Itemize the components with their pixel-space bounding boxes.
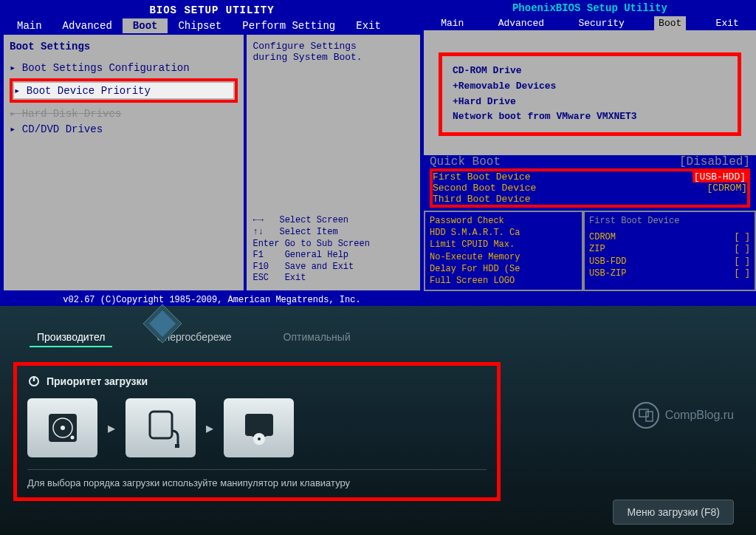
watermark-logo: CompBlog.ru bbox=[633, 402, 734, 429]
ami-help-2: Enter Go to Sub Screen bbox=[252, 239, 414, 251]
efi-tabs: Производител Энергосбереже Оптимальный bbox=[0, 306, 756, 355]
phoenix-title: PhoenixBIOS Setup Utility bbox=[424, 0, 756, 16]
ami-item-cd-dvd-drives[interactable]: ▸ CD/DVD Drives bbox=[10, 121, 238, 137]
svg-point-12 bbox=[258, 437, 261, 440]
efi-logo-diamond bbox=[140, 301, 185, 346]
svg-rect-8 bbox=[150, 412, 172, 438]
optical-drive-icon bbox=[241, 409, 278, 446]
award-opt-1[interactable]: ZIP[ ] bbox=[589, 243, 750, 255]
award-row-second[interactable]: Second Boot Device [CDROM] bbox=[433, 183, 747, 194]
phoenix-boot-2[interactable]: +Hard Drive bbox=[453, 95, 727, 110]
ami-help-1: ↑↓ Select Item bbox=[252, 227, 414, 239]
efi-boot-priority-heading: Приоритет загрузки bbox=[27, 375, 487, 388]
award-left-4[interactable]: Delay For HDD (Se bbox=[430, 263, 577, 275]
highlight-box-ami: ▸ Boot Device Priority bbox=[10, 78, 238, 103]
award-first-label: First Boot Device bbox=[433, 171, 531, 183]
ami-desc-line1: Configure Settings bbox=[252, 41, 414, 52]
phoenix-menu-advanced[interactable]: Advanced bbox=[494, 16, 549, 30]
ami-menu-boot[interactable]: Boot bbox=[123, 18, 168, 33]
phoenix-bios-panel: PhoenixBIOS Setup Utility Main Advanced … bbox=[424, 0, 756, 155]
ami-menubar: Main Advanced Boot Chipset Perform Setti… bbox=[2, 18, 422, 33]
award-opt-2[interactable]: USB-FDD[ ] bbox=[589, 256, 750, 268]
chevron-right-icon: ▸ bbox=[206, 419, 213, 437]
award-left-col: Password Check HDD S.M.A.R.T. Ca Limit C… bbox=[424, 211, 583, 291]
ami-help-5: ESC Exit bbox=[252, 273, 414, 284]
ami-menu-perform[interactable]: Perform Setting bbox=[232, 18, 346, 33]
efi-boot-order-icons: ▸ ▸ bbox=[27, 398, 487, 457]
ami-menu-exit[interactable]: Exit bbox=[346, 18, 391, 33]
highlight-box-award: First Boot Device [USB-HDD] Second Boot … bbox=[430, 168, 750, 208]
svg-rect-10 bbox=[245, 414, 273, 436]
hard-drive-icon bbox=[44, 409, 81, 446]
ami-menu-advanced[interactable]: Advanced bbox=[52, 18, 123, 33]
award-quickboot-row: Quick Boot [Disabled] bbox=[424, 155, 756, 168]
efi-tab-optimal[interactable]: Оптимальный bbox=[276, 328, 358, 347]
watermark-text: CompBlog.ru bbox=[665, 409, 734, 422]
award-first-value: [USB-HDD] bbox=[693, 171, 747, 183]
award-row-first[interactable]: First Boot Device [USB-HDD] bbox=[433, 171, 747, 183]
power-icon bbox=[27, 375, 41, 388]
phoenix-menu-boot[interactable]: Boot bbox=[654, 16, 686, 30]
phoenix-menubar: Main Advanced Security Boot Exit bbox=[424, 16, 756, 30]
award-left-0[interactable]: Password Check bbox=[430, 215, 577, 227]
ami-menu-main[interactable]: Main bbox=[7, 18, 52, 33]
award-second-value: [CDROM] bbox=[707, 183, 747, 194]
svg-rect-13 bbox=[639, 409, 648, 417]
ami-help-3: F1 General Help bbox=[252, 250, 414, 262]
ami-menu-chipset[interactable]: Chipset bbox=[168, 18, 232, 33]
award-row-third[interactable]: Third Boot Device bbox=[433, 194, 747, 205]
award-left-5[interactable]: Full Screen LOGO bbox=[430, 275, 577, 287]
ami-desc-line2: during System Boot. bbox=[252, 52, 414, 63]
efi-hint-text: Для выбора порядка загрузки используйте … bbox=[27, 469, 487, 488]
phoenix-menu-exit[interactable]: Exit bbox=[712, 16, 743, 30]
award-opt-3[interactable]: USB-ZIP[ ] bbox=[589, 268, 750, 279]
award-bottom: Password Check HDD S.M.A.R.T. Ca Limit C… bbox=[424, 211, 756, 291]
ami-item-boot-settings-config[interactable]: ▸ Boot Settings Configuration bbox=[10, 60, 238, 75]
award-quickboot-value: [Disabled] bbox=[679, 155, 750, 168]
highlight-box-phoenix: CD-ROM Drive +Removable Devices +Hard Dr… bbox=[439, 52, 741, 136]
award-left-1[interactable]: HDD S.M.A.R.T. Ca bbox=[430, 227, 577, 239]
ami-item-boot-device-priority[interactable]: ▸ Boot Device Priority bbox=[14, 83, 233, 98]
svg-point-6 bbox=[61, 426, 65, 430]
ami-help-block: ←→ Select Screen ↑↓ Select Item Enter Go… bbox=[252, 215, 414, 284]
svg-rect-9 bbox=[175, 444, 179, 448]
chevron-right-icon: ▸ bbox=[108, 419, 115, 437]
phoenix-boot-0[interactable]: CD-ROM Drive bbox=[453, 64, 727, 79]
award-bios-panel: Quick Boot [Disabled] First Boot Device … bbox=[424, 155, 756, 313]
phoenix-boot-1[interactable]: +Removable Devices bbox=[453, 79, 727, 95]
award-right-header: First Boot Device bbox=[589, 215, 750, 227]
phoenix-menu-main[interactable]: Main bbox=[436, 16, 468, 30]
efi-boot-hard-drive[interactable] bbox=[27, 398, 97, 457]
external-drive-icon bbox=[142, 407, 179, 449]
efi-bios-panel: Производител Энергосбереже Оптимальный П… bbox=[0, 306, 756, 535]
efi-heading-text: Приоритет загрузки bbox=[47, 375, 148, 387]
ami-left-pane: Boot Settings ▸ Boot Settings Configurat… bbox=[2, 33, 245, 292]
award-second-label: Second Boot Device bbox=[433, 183, 536, 194]
ami-title: BIOS SETUP UTILITY bbox=[2, 2, 422, 18]
phoenix-menu-security[interactable]: Security bbox=[574, 16, 628, 30]
ami-section-title: Boot Settings bbox=[10, 41, 238, 52]
ami-bios-panel: BIOS SETUP UTILITY Main Advanced Boot Ch… bbox=[0, 0, 424, 306]
award-quickboot-label: Quick Boot bbox=[430, 155, 501, 168]
efi-boot-optical-drive[interactable] bbox=[224, 398, 294, 457]
ami-help-0: ←→ Select Screen bbox=[252, 215, 414, 227]
highlight-box-efi: Приоритет загрузки ▸ ▸ Для выбора порядк… bbox=[13, 362, 501, 501]
boot-menu-button[interactable]: Меню загрузки (F8) bbox=[613, 500, 734, 525]
ami-right-pane: Configure Settings during System Boot. ←… bbox=[245, 33, 422, 292]
award-right-col: First Boot Device CDROM[ ] ZIP[ ] USB-FD… bbox=[583, 211, 756, 291]
phoenix-boot-3[interactable]: Network boot from VMware VMXNET3 bbox=[453, 109, 727, 125]
award-opt-0[interactable]: CDROM[ ] bbox=[589, 231, 750, 243]
award-left-3[interactable]: No-Execute Memory bbox=[430, 251, 577, 263]
award-left-2[interactable]: Limit CPUID Max. bbox=[430, 239, 577, 251]
efi-boot-external-drive[interactable] bbox=[126, 398, 196, 457]
svg-point-7 bbox=[70, 436, 74, 440]
compblog-icon bbox=[633, 402, 659, 429]
efi-tab-manufacturer[interactable]: Производител bbox=[30, 328, 112, 347]
ami-item-hard-disk-drives[interactable]: ▸ Hard Disk Drives bbox=[10, 106, 238, 121]
award-third-label: Third Boot Device bbox=[433, 194, 531, 205]
ami-help-4: F10 Save and Exit bbox=[252, 262, 414, 273]
